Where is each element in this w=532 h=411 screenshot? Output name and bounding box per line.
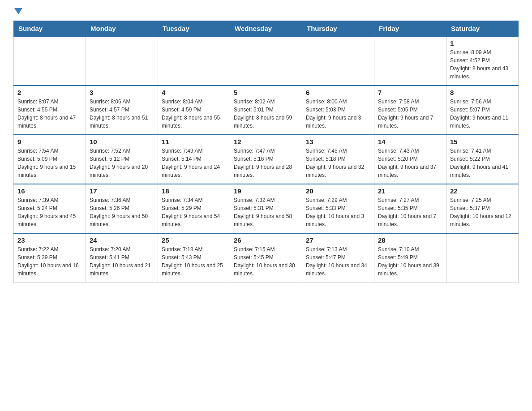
day-info: Sunrise: 7:47 AM Sunset: 5:16 PM Dayligh… [234,147,298,179]
calendar-cell: 16Sunrise: 7:39 AM Sunset: 5:24 PM Dayli… [14,184,86,233]
calendar-cell: 7Sunrise: 7:58 AM Sunset: 5:05 PM Daylig… [374,86,446,135]
cell-inner: 7Sunrise: 7:58 AM Sunset: 5:05 PM Daylig… [378,89,442,130]
logo-triangle-icon [14,8,22,14]
day-number: 10 [90,138,154,146]
day-number: 26 [234,236,298,244]
cell-inner: 11Sunrise: 7:49 AM Sunset: 5:14 PM Dayli… [162,138,226,179]
calendar-cell: 8Sunrise: 7:56 AM Sunset: 5:07 PM Daylig… [446,86,519,135]
weekday-header-sunday: Sunday [14,21,86,37]
day-number: 7 [378,89,442,96]
day-number: 13 [306,138,370,146]
cell-inner: 22Sunrise: 7:25 AM Sunset: 5:37 PM Dayli… [450,187,515,228]
cell-inner: 15Sunrise: 7:41 AM Sunset: 5:22 PM Dayli… [450,138,515,179]
calendar-cell: 17Sunrise: 7:36 AM Sunset: 5:26 PM Dayli… [86,184,158,233]
cell-inner: 6Sunrise: 8:00 AM Sunset: 5:03 PM Daylig… [306,89,370,130]
day-number: 6 [306,89,370,96]
calendar-header: SundayMondayTuesdayWednesdayThursdayFrid… [14,21,519,37]
calendar-cell: 9Sunrise: 7:54 AM Sunset: 5:09 PM Daylig… [14,135,86,184]
calendar-cell [374,36,446,86]
day-info: Sunrise: 7:36 AM Sunset: 5:26 PM Dayligh… [90,196,154,228]
cell-inner: 12Sunrise: 7:47 AM Sunset: 5:16 PM Dayli… [234,138,298,179]
calendar-cell [446,233,519,283]
calendar-cell: 6Sunrise: 8:00 AM Sunset: 5:03 PM Daylig… [302,86,374,135]
cell-inner: 26Sunrise: 7:15 AM Sunset: 5:45 PM Dayli… [234,236,298,278]
calendar-cell: 10Sunrise: 7:52 AM Sunset: 5:12 PM Dayli… [86,135,158,184]
calendar-cell [230,36,302,86]
cell-inner: 20Sunrise: 7:29 AM Sunset: 5:33 PM Dayli… [306,187,370,228]
day-number: 2 [17,89,82,96]
day-number: 24 [90,236,154,244]
calendar-cell: 5Sunrise: 8:02 AM Sunset: 5:01 PM Daylig… [230,86,302,135]
calendar-week-4: 16Sunrise: 7:39 AM Sunset: 5:24 PM Dayli… [14,184,519,233]
calendar-cell: 24Sunrise: 7:20 AM Sunset: 5:41 PM Dayli… [86,233,158,283]
day-number: 23 [17,236,82,244]
day-info: Sunrise: 7:41 AM Sunset: 5:22 PM Dayligh… [450,147,515,179]
day-info: Sunrise: 7:10 AM Sunset: 5:49 PM Dayligh… [378,245,442,278]
cell-inner: 25Sunrise: 7:18 AM Sunset: 5:43 PM Dayli… [162,236,226,278]
calendar-cell: 27Sunrise: 7:13 AM Sunset: 5:47 PM Dayli… [302,233,374,283]
calendar-cell: 3Sunrise: 8:06 AM Sunset: 4:57 PM Daylig… [86,86,158,135]
calendar-cell: 25Sunrise: 7:18 AM Sunset: 5:43 PM Dayli… [158,233,230,283]
calendar-cell: 23Sunrise: 7:22 AM Sunset: 5:39 PM Dayli… [14,233,86,283]
day-info: Sunrise: 7:32 AM Sunset: 5:31 PM Dayligh… [234,196,298,228]
calendar-table: SundayMondayTuesdayWednesdayThursdayFrid… [13,21,519,283]
day-info: Sunrise: 7:34 AM Sunset: 5:29 PM Dayligh… [162,196,226,228]
cell-inner: 8Sunrise: 7:56 AM Sunset: 5:07 PM Daylig… [450,89,515,130]
cell-inner: 16Sunrise: 7:39 AM Sunset: 5:24 PM Dayli… [17,187,82,228]
cell-inner: 18Sunrise: 7:34 AM Sunset: 5:29 PM Dayli… [162,187,226,228]
day-number: 21 [378,187,442,195]
cell-inner: 14Sunrise: 7:43 AM Sunset: 5:20 PM Dayli… [378,138,442,179]
day-number: 25 [162,236,226,244]
cell-inner: 4Sunrise: 8:04 AM Sunset: 4:59 PM Daylig… [162,89,226,130]
calendar-week-3: 9Sunrise: 7:54 AM Sunset: 5:09 PM Daylig… [14,135,519,184]
calendar-cell [86,36,158,86]
calendar-cell: 4Sunrise: 8:04 AM Sunset: 4:59 PM Daylig… [158,86,230,135]
day-info: Sunrise: 8:07 AM Sunset: 4:55 PM Dayligh… [17,98,82,130]
day-info: Sunrise: 7:56 AM Sunset: 5:07 PM Dayligh… [450,98,515,130]
calendar-cell [302,36,374,86]
cell-inner: 1Sunrise: 8:09 AM Sunset: 4:52 PM Daylig… [450,39,515,81]
day-info: Sunrise: 7:43 AM Sunset: 5:20 PM Dayligh… [378,147,442,179]
calendar-week-2: 2Sunrise: 8:07 AM Sunset: 4:55 PM Daylig… [14,86,519,135]
weekday-header-friday: Friday [374,21,446,37]
day-number: 4 [162,89,226,96]
day-info: Sunrise: 7:54 AM Sunset: 5:09 PM Dayligh… [17,147,82,179]
calendar-cell: 11Sunrise: 7:49 AM Sunset: 5:14 PM Dayli… [158,135,230,184]
day-info: Sunrise: 8:04 AM Sunset: 4:59 PM Dayligh… [162,98,226,130]
calendar-week-1: 1Sunrise: 8:09 AM Sunset: 4:52 PM Daylig… [14,36,519,86]
calendar-cell: 20Sunrise: 7:29 AM Sunset: 5:33 PM Dayli… [302,184,374,233]
cell-inner: 17Sunrise: 7:36 AM Sunset: 5:26 PM Dayli… [90,187,154,228]
weekday-header-row: SundayMondayTuesdayWednesdayThursdayFrid… [14,21,519,37]
day-info: Sunrise: 7:52 AM Sunset: 5:12 PM Dayligh… [90,147,154,179]
page-header [13,9,519,16]
calendar-cell: 12Sunrise: 7:47 AM Sunset: 5:16 PM Dayli… [230,135,302,184]
day-number: 5 [234,89,298,96]
calendar-body: 1Sunrise: 8:09 AM Sunset: 4:52 PM Daylig… [14,36,519,283]
day-info: Sunrise: 7:49 AM Sunset: 5:14 PM Dayligh… [162,147,226,179]
day-number: 20 [306,187,370,195]
day-number: 14 [378,138,442,146]
weekday-header-monday: Monday [86,21,158,37]
day-info: Sunrise: 8:06 AM Sunset: 4:57 PM Dayligh… [90,98,154,130]
day-info: Sunrise: 7:18 AM Sunset: 5:43 PM Dayligh… [162,245,226,278]
weekday-header-thursday: Thursday [302,21,374,37]
day-number: 28 [378,236,442,244]
calendar-cell: 14Sunrise: 7:43 AM Sunset: 5:20 PM Dayli… [374,135,446,184]
day-number: 19 [234,187,298,195]
calendar-cell: 28Sunrise: 7:10 AM Sunset: 5:49 PM Dayli… [374,233,446,283]
calendar-cell: 21Sunrise: 7:27 AM Sunset: 5:35 PM Dayli… [374,184,446,233]
day-info: Sunrise: 7:22 AM Sunset: 5:39 PM Dayligh… [17,245,82,278]
day-info: Sunrise: 8:00 AM Sunset: 5:03 PM Dayligh… [306,98,370,130]
day-number: 27 [306,236,370,244]
day-number: 17 [90,187,154,195]
day-info: Sunrise: 7:58 AM Sunset: 5:05 PM Dayligh… [378,98,442,130]
calendar-cell: 2Sunrise: 8:07 AM Sunset: 4:55 PM Daylig… [14,86,86,135]
cell-inner: 10Sunrise: 7:52 AM Sunset: 5:12 PM Dayli… [90,138,154,179]
day-info: Sunrise: 7:15 AM Sunset: 5:45 PM Dayligh… [234,245,298,278]
weekday-header-wednesday: Wednesday [230,21,302,37]
cell-inner: 2Sunrise: 8:07 AM Sunset: 4:55 PM Daylig… [17,89,82,130]
day-number: 12 [234,138,298,146]
day-number: 22 [450,187,515,195]
day-number: 3 [90,89,154,96]
day-info: Sunrise: 7:27 AM Sunset: 5:35 PM Dayligh… [378,196,442,228]
